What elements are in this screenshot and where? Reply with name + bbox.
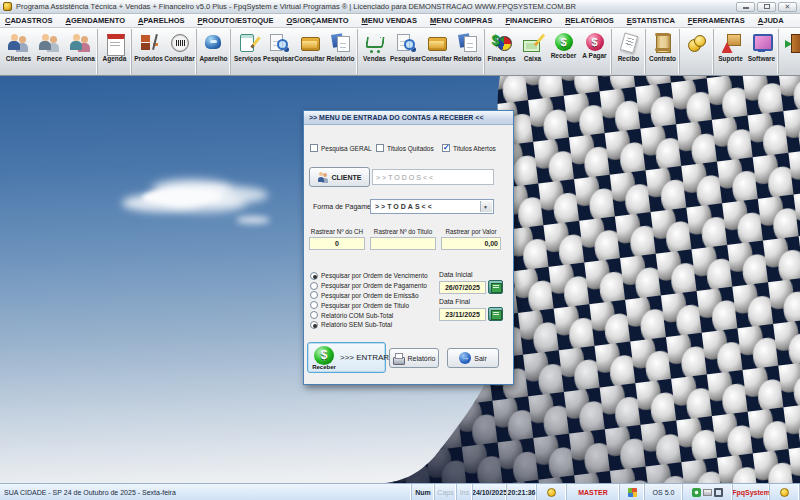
toolbar-moedas[interactable] bbox=[681, 29, 712, 74]
entrar-button[interactable]: Receber >>> ENTRAR bbox=[307, 342, 386, 373]
checkbox-icon[interactable] bbox=[376, 144, 384, 152]
toolbar-agenda[interactable]: Agenda bbox=[99, 29, 130, 74]
menu-produto-estoque[interactable]: PRODUTO/ESTOQUE bbox=[198, 16, 274, 25]
dialog-titlebar[interactable]: >> MENU DE ENTRADA DO CONTAS A RECEBER <… bbox=[304, 111, 513, 125]
toolbar-suporte[interactable]: Suporte bbox=[715, 29, 746, 74]
toolbar-fornece[interactable]: Fornece bbox=[34, 29, 65, 74]
restore-button[interactable] bbox=[757, 2, 776, 12]
toolbar-vendas[interactable]: Vendas bbox=[359, 29, 390, 74]
relatorio-label: Relatório bbox=[407, 355, 435, 362]
toolbar-consultar-produto[interactable]: Consultar bbox=[164, 29, 195, 74]
clients-icon bbox=[8, 32, 30, 54]
toolbar-sair-programa[interactable] bbox=[780, 29, 800, 74]
checkbox-checked-icon[interactable] bbox=[442, 144, 450, 152]
checkbox-titulos-abertos[interactable]: Titulos Abertos bbox=[442, 144, 508, 152]
payment-value: >>TODAS<< bbox=[375, 203, 434, 210]
toolbar-label: Pesquisar bbox=[263, 55, 294, 62]
menu-ajuda[interactable]: AJUDA bbox=[758, 16, 784, 25]
toolbar-consultar-vendas[interactable]: Consultar bbox=[421, 29, 452, 74]
data-inicial-input[interactable] bbox=[439, 281, 486, 294]
window-titlebar[interactable]: Programa Assistência Técnica + Vendas + … bbox=[0, 0, 800, 14]
menu-cadastros[interactable]: CADASTROS bbox=[5, 16, 53, 25]
report-icon bbox=[457, 32, 479, 54]
menu-aparelhos[interactable]: APARELHOS bbox=[138, 16, 185, 25]
receipt-icon bbox=[618, 32, 640, 54]
radio-relat-rio-com-sub-total[interactable]: Relatório COM Sub-Total bbox=[310, 310, 440, 320]
radio-icon[interactable] bbox=[310, 301, 318, 309]
status-bar: SUA CIDADE - SP 24 de Outubro de 2025 - … bbox=[0, 483, 800, 500]
cliente-button-label: CLIENTE bbox=[332, 174, 362, 181]
menu-menu-compras[interactable]: MENU COMPRAS bbox=[430, 16, 493, 25]
calendar-button-icon[interactable] bbox=[488, 280, 503, 294]
status-segment: Num bbox=[412, 484, 435, 500]
products-trolley-icon bbox=[138, 32, 160, 54]
calendar-button-icon[interactable] bbox=[488, 307, 503, 321]
radio-pesquisar-por-ordem-de-emiss-o[interactable]: Pesquisar por Ordem de Emissão bbox=[310, 291, 440, 301]
checkbox-pesquisa-geral[interactable]: Pesquisa GERAL bbox=[310, 144, 376, 152]
menu-relat-rios[interactable]: RELATÓRIOS bbox=[565, 16, 614, 25]
toolbar-clientes[interactable]: Clientes bbox=[3, 29, 34, 74]
data-final-input[interactable] bbox=[439, 308, 486, 321]
track-input-3[interactable] bbox=[441, 237, 501, 250]
menu-os-or-amento[interactable]: OS/ORÇAMENTO bbox=[287, 16, 349, 25]
toolbar-receber[interactable]: Receber bbox=[548, 29, 579, 74]
toolbar-label: A Pagar bbox=[582, 52, 606, 59]
chevron-down-icon[interactable]: ▼ bbox=[480, 201, 492, 212]
cliente-button[interactable]: CLIENTE bbox=[309, 167, 370, 187]
toolbar-software[interactable]: Software bbox=[746, 29, 777, 74]
toolbar-relatorio-servicos[interactable]: Relatório bbox=[325, 29, 356, 74]
entrar-caption: Receber bbox=[312, 364, 336, 370]
radio-icon[interactable] bbox=[310, 321, 318, 329]
status-segment: FpqSystem bbox=[733, 484, 770, 500]
radio-relat-rio-sem-sub-total[interactable]: Relatório SEM Sub-Total bbox=[310, 320, 440, 330]
toolbar-pesquisar-servicos[interactable]: Pesquisar bbox=[263, 29, 294, 74]
date-range-column: Data InicialData Final bbox=[439, 271, 511, 325]
radio-icon[interactable] bbox=[310, 282, 318, 290]
payment-select[interactable]: >>TODAS<< ▼ bbox=[370, 199, 494, 214]
radio-icon[interactable] bbox=[310, 311, 318, 319]
windows-icon bbox=[628, 488, 637, 497]
toolbar-label: Finanças bbox=[487, 55, 515, 62]
toolbar-relatorio-vendas[interactable]: Relatório bbox=[452, 29, 483, 74]
status-text: Ins bbox=[460, 489, 469, 496]
date-label: Data Inicial bbox=[439, 271, 511, 280]
sair-button[interactable]: Sair bbox=[447, 348, 499, 368]
toolbar-aparelho[interactable]: Aparelho bbox=[198, 29, 229, 74]
folder-icon bbox=[426, 32, 448, 54]
toolbar-recibo[interactable]: Recibo bbox=[613, 29, 644, 74]
track-input-1[interactable] bbox=[309, 237, 365, 250]
toolbar-contrato[interactable]: Contrato bbox=[647, 29, 678, 74]
radio-icon[interactable] bbox=[310, 272, 318, 280]
radio-pesquisar-por-ordem-de-vencimento[interactable]: Pesquisar por Ordem de Vencimento bbox=[310, 271, 440, 281]
radio-pesquisar-por-ordem-de-titulo[interactable]: Pesquisar por Ordem de Titulo bbox=[310, 300, 440, 310]
cliente-input[interactable] bbox=[372, 169, 494, 185]
toolbar-consultar-servicos[interactable]: Consultar bbox=[294, 29, 325, 74]
radio-pesquisar-por-ordem-de-pagamento[interactable]: Pesquisar por Ordem de Pagamento bbox=[310, 281, 440, 291]
menu-ferramentas[interactable]: FERRAMENTAS bbox=[688, 16, 745, 25]
toolbar-a-pagar[interactable]: A Pagar bbox=[579, 29, 610, 74]
close-button[interactable]: ✕ bbox=[778, 2, 797, 12]
sales-cart-icon bbox=[364, 32, 386, 54]
toolbar-group: VendasPesquisarConsultarRelatório bbox=[357, 29, 484, 74]
track-input-2[interactable] bbox=[370, 237, 436, 250]
menu-estatistica[interactable]: ESTATISTICA bbox=[627, 16, 675, 25]
relatorio-button[interactable]: Relatório bbox=[389, 348, 439, 368]
checkbox-titulos-quitados[interactable]: Titulos Quitados bbox=[376, 144, 442, 152]
clients-icon bbox=[318, 172, 329, 183]
menu-menu-vendas[interactable]: MENU VENDAS bbox=[361, 16, 416, 25]
menu-financeiro[interactable]: FINANCEIRO bbox=[505, 16, 552, 25]
toolbar-pesquisar-vendas[interactable]: Pesquisar bbox=[390, 29, 421, 74]
toolbar-servicos[interactable]: Serviços bbox=[232, 29, 263, 74]
toolbar-funciona[interactable]: Funciona bbox=[65, 29, 96, 74]
toolbar-label: Serviços bbox=[234, 55, 261, 62]
toolbar-financas[interactable]: Finanças bbox=[486, 29, 517, 74]
menu-agendamento[interactable]: AGENDAMENTO bbox=[66, 16, 125, 25]
minimize-button[interactable] bbox=[736, 2, 755, 12]
employees-icon bbox=[70, 32, 92, 54]
radio-icon[interactable] bbox=[310, 291, 318, 299]
checkbox-icon[interactable] bbox=[310, 144, 318, 152]
toolbar-caixa[interactable]: Caixa bbox=[517, 29, 548, 74]
toolbar-group bbox=[679, 29, 713, 74]
app-logo-icon bbox=[547, 488, 556, 497]
toolbar-produtos[interactable]: Produtos bbox=[133, 29, 164, 74]
